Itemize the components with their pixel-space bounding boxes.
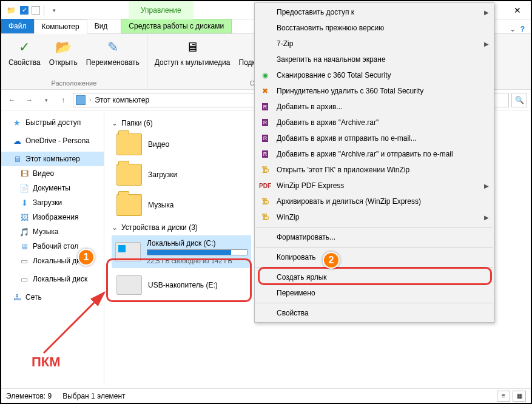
menu-label: Сканирование с 360 Total Security	[277, 71, 391, 79]
sidebar-icon: ☁	[12, 136, 22, 146]
menu-label: Принудительно удалить с 360 Total Securi…	[277, 87, 423, 95]
sidebar-label: Быстрый доступ	[25, 118, 81, 127]
menu-item[interactable]: 🗜WinZip▶	[255, 209, 494, 225]
menu-icon: 🗜	[260, 196, 271, 207]
sidebar-item[interactable]: 📄Документы	[1, 181, 104, 195]
tab-computer[interactable]: Компьютер	[34, 19, 87, 34]
nav-back[interactable]: ←	[5, 93, 19, 107]
sidebar-icon: 🖧	[12, 292, 22, 302]
nav-recent[interactable]: ▾	[39, 93, 53, 107]
search-button[interactable]: 🔍	[511, 93, 527, 107]
sidebar-item[interactable]: ▭Локальный диск	[1, 272, 104, 286]
status-count: Элементов: 9	[6, 392, 52, 400]
menu-icon: R	[260, 101, 271, 112]
menu-item[interactable]: ✖Принудительно удалить с 360 Total Secur…	[255, 83, 494, 99]
close-button[interactable]: ✕	[504, 1, 531, 19]
badge-2: 2	[323, 252, 340, 269]
ribbon-properties[interactable]: ✓Свойства	[6, 36, 43, 68]
sidebar-item[interactable]: ☁OneDrive - Persona	[1, 133, 104, 148]
sidebar-item[interactable]: 🖥Этот компьютер	[1, 152, 104, 166]
sidebar-label: Локальный диск	[33, 275, 87, 283]
menu-label: Копировать	[277, 253, 316, 261]
annotation-pkm: ПКМ	[32, 354, 61, 370]
menu-icon	[260, 22, 271, 33]
submenu-arrow-icon: ▶	[484, 214, 489, 221]
sidebar-icon: ★	[12, 118, 22, 127]
menu-icon: 🗜	[260, 164, 271, 175]
sidebar-icon: ▭	[19, 256, 29, 266]
view-details[interactable]: ≡	[497, 391, 510, 402]
menu-label: Переимено	[277, 289, 315, 297]
menu-item[interactable]: Предоставить доступ к▶	[255, 4, 494, 20]
ribbon-open[interactable]: 📂Открыть	[47, 36, 80, 68]
menu-item[interactable]: Форматировать...	[255, 229, 494, 245]
menu-label: Открыть 'этот ПК' в приложении WinZip	[277, 166, 409, 174]
menu-item[interactable]: Переимено	[255, 285, 494, 301]
tab-view[interactable]: Вид	[87, 19, 115, 33]
tab-drive-tools[interactable]: Средства работы с дисками	[121, 19, 232, 33]
usb-icon	[116, 275, 142, 295]
menu-item[interactable]: 🗜Архивировать и делиться (WinZip Express…	[255, 194, 494, 209]
sidebar-item[interactable]: 🎵Музыка	[1, 224, 104, 239]
sidebar-icon: 🖥	[19, 241, 29, 251]
sidebar-item[interactable]: 🖧Сеть	[1, 290, 104, 305]
menu-label: Восстановить прежнюю версию	[277, 24, 384, 32]
menu-icon: R	[260, 149, 271, 160]
view-icons[interactable]: ▦	[513, 391, 526, 402]
qat-item[interactable]	[32, 6, 40, 15]
menu-item[interactable]: RДобавить в архив "Archive.rar"	[255, 115, 494, 130]
menu-item[interactable]: Создать ярлык	[255, 269, 494, 285]
sidebar-label: Рабочий стол	[33, 242, 78, 251]
menu-item[interactable]: PDFWinZip PDF Express▶	[255, 178, 494, 194]
sidebar-icon: ▭	[19, 274, 29, 284]
menu-label: Форматировать...	[277, 233, 335, 241]
drive-c[interactable]: Локальный диск (C:) 22,5 ГБ свободно из …	[112, 235, 251, 268]
menu-item[interactable]: 7-Zip▶	[255, 36, 494, 52]
menu-label: Добавить в архив и отправить по e-mail..…	[277, 134, 417, 143]
menu-icon	[260, 54, 271, 65]
badge-1: 1	[78, 249, 95, 266]
menu-item[interactable]: RДобавить в архив "Archive.rar" и отправ…	[255, 146, 494, 162]
nav-sidebar: ★Быстрый доступ☁OneDrive - Persona🖥Этот …	[1, 110, 104, 385]
menu-label: Добавить в архив "Archive.rar"	[277, 118, 379, 127]
folder-icon	[116, 164, 142, 186]
folder-label: Загрузки	[148, 170, 177, 179]
folder-icon	[116, 133, 142, 155]
ribbon-collapse-icon[interactable]: ⌄	[510, 25, 516, 33]
menu-item[interactable]: 🗜Открыть 'этот ПК' в приложении WinZip	[255, 162, 494, 178]
nav-forward[interactable]: →	[22, 93, 36, 107]
explorer-icon: 📁	[5, 4, 17, 16]
menu-icon: PDF	[260, 180, 271, 191]
menu-item[interactable]: RДобавить в архив...	[255, 99, 494, 115]
qat-dropdown[interactable]: ▾	[48, 4, 60, 16]
menu-item[interactable]: ◉Сканирование с 360 Total Security	[255, 67, 494, 83]
sidebar-label: Этот компьютер	[25, 155, 80, 163]
menu-label: WinZip	[277, 213, 299, 221]
menu-icon	[260, 308, 271, 318]
sidebar-icon: 🖼	[19, 212, 29, 222]
pc-icon	[76, 95, 86, 105]
menu-item[interactable]: Копировать	[255, 249, 494, 265]
menu-item[interactable]: Восстановить прежнюю версию	[255, 20, 494, 36]
menu-icon	[260, 7, 271, 18]
submenu-arrow-icon: ▶	[484, 9, 489, 16]
ribbon-rename[interactable]: ✎Переименовать	[84, 36, 142, 68]
drive-bar	[147, 249, 247, 255]
sidebar-item[interactable]: 🖼Изображения	[1, 210, 104, 224]
sidebar-label: OneDrive - Persona	[25, 136, 90, 145]
sidebar-item[interactable]: ★Быстрый доступ	[1, 115, 104, 130]
address-text: Этот компьютер	[95, 96, 149, 104]
help-icon[interactable]: ?	[520, 25, 525, 33]
folder-icon	[116, 194, 142, 216]
qat-item[interactable]: ✓	[18, 4, 30, 16]
nav-up[interactable]: ↑	[56, 93, 70, 107]
tab-file[interactable]: Файл	[1, 19, 34, 33]
ribbon-media[interactable]: 🖥Доступ к мультимедиа	[152, 36, 233, 68]
menu-item[interactable]: Закрепить на начальном экране	[255, 52, 494, 67]
drive-sub: 22,5 ГБ свободно из 142 ГБ	[147, 257, 247, 264]
sidebar-item[interactable]: ⬇Загрузки	[1, 195, 104, 210]
menu-item[interactable]: RДобавить в архив и отправить по e-mail.…	[255, 130, 494, 146]
menu-item[interactable]: Свойства	[255, 305, 494, 321]
sidebar-item[interactable]: 🎞Видео	[1, 166, 104, 181]
menu-label: Архивировать и делиться (WinZip Express)	[277, 197, 421, 206]
